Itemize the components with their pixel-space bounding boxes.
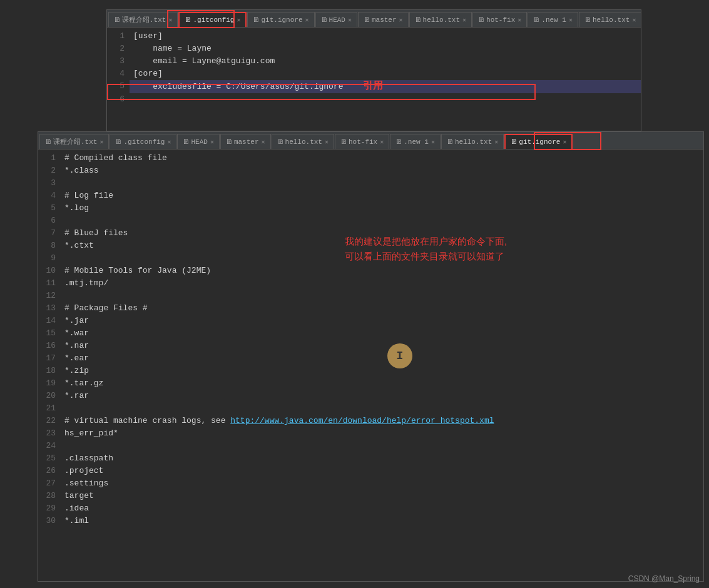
bot-line-16: 16 *.nar bbox=[38, 340, 703, 352]
file-icon: 🖹 bbox=[395, 138, 402, 146]
bot-line-10: 10 # Mobile Tools for Java (J2ME) bbox=[38, 265, 703, 277]
file-icon: 🖹 bbox=[185, 16, 191, 24]
file-icon: 🖹 bbox=[340, 138, 347, 146]
crash-log-link[interactable]: http://www.java.com/en/download/help/err… bbox=[230, 416, 494, 425]
bottom-code-area: 1 # Compiled class file 2 *.class 3 4 # … bbox=[38, 150, 703, 581]
top-tab-bar: 🖹 课程介绍.txt ✕ 🖹 .gitconfig ✕ 🖹 git.ignore… bbox=[107, 10, 641, 28]
tab-top-kecheng[interactable]: 🖹 课程介绍.txt ✕ bbox=[108, 12, 178, 27]
bot-line-14: 14 *.jar bbox=[38, 315, 703, 327]
file-icon: 🖹 bbox=[364, 16, 370, 24]
bot-line-11: 11 .mtj.tmp/ bbox=[38, 277, 703, 290]
tab-bot-master[interactable]: 🖹 master ✕ bbox=[220, 134, 271, 149]
file-icon: 🖹 bbox=[415, 16, 421, 24]
chinese-annotation: 我的建议是把他放在用户家的命令下面, 可以看上面的文件夹目录就可以知道了 bbox=[345, 234, 507, 264]
bot-line-3: 3 bbox=[38, 177, 703, 190]
bot-line-26: 26 .project bbox=[38, 465, 703, 477]
code-line-4: 4 [core] bbox=[107, 68, 641, 80]
tab-top-hello2[interactable]: 🖹 hello.txt ✕ bbox=[579, 12, 641, 27]
tab-top-gitignore[interactable]: 🖹 git.ignore ✕ bbox=[247, 12, 314, 27]
tab-top-hello1[interactable]: 🖹 hello.txt ✕ bbox=[409, 12, 472, 27]
csdn-watermark: CSDN @Man_Spring bbox=[628, 574, 700, 583]
bot-line-4: 4 # Log file bbox=[38, 190, 703, 202]
bot-line-29: 29 .idea bbox=[38, 502, 703, 515]
bottom-editor-panel: 🖹 课程介绍.txt ✕ 🖹 .gitconfig ✕ 🖹 HEAD ✕ 🖹 m… bbox=[38, 131, 704, 582]
tab-bot-head[interactable]: 🖹 HEAD ✕ bbox=[177, 134, 219, 149]
bot-line-12: 12 bbox=[38, 290, 703, 302]
tab-bot-gitconfig[interactable]: 🖹 .gitconfig ✕ bbox=[110, 134, 176, 149]
code-line-6: 6 bbox=[107, 93, 641, 106]
tab-top-gitconfig[interactable]: 🖹 .gitconfig ✕ bbox=[178, 12, 247, 27]
file-icon: 🖹 bbox=[45, 138, 51, 146]
file-icon: 🖹 bbox=[584, 16, 591, 24]
bot-line-2: 2 *.class bbox=[38, 165, 703, 177]
bot-line-6: 6 bbox=[38, 215, 703, 227]
bot-line-20: 20 *.rar bbox=[38, 390, 703, 402]
bot-line-18: 18 *.zip bbox=[38, 365, 703, 377]
file-icon: 🖹 bbox=[226, 138, 232, 146]
cursor-indicator: I bbox=[387, 343, 412, 368]
tab-bot-hotfix[interactable]: 🖹 hot-fix ✕ bbox=[335, 134, 389, 149]
bot-line-24: 24 bbox=[38, 440, 703, 452]
code-line-2: 2 name = Layne bbox=[107, 43, 641, 55]
tab-bot-hello2[interactable]: 🖹 hello.txt ✕ bbox=[441, 134, 504, 149]
tab-top-head[interactable]: 🖹 HEAD ✕ bbox=[315, 12, 357, 27]
bot-line-15: 15 *.war bbox=[38, 327, 703, 340]
bot-line-25: 25 .classpath bbox=[38, 452, 703, 465]
tab-bot-hello1[interactable]: 🖹 hello.txt ✕ bbox=[272, 134, 334, 149]
file-icon: 🖹 bbox=[533, 16, 539, 24]
file-icon: 🖹 bbox=[114, 16, 120, 24]
file-icon: 🖹 bbox=[115, 138, 121, 146]
bot-line-21: 21 bbox=[38, 402, 703, 415]
bot-line-23: 23 hs_err_pid* bbox=[38, 427, 703, 440]
tab-top-new1[interactable]: 🖹 .new 1 ✕ bbox=[528, 12, 578, 27]
bot-line-22: 22 # virtual machine crash logs, see htt… bbox=[38, 415, 703, 427]
file-icon: 🖹 bbox=[321, 16, 327, 24]
file-icon: 🖹 bbox=[253, 16, 259, 24]
bot-line-1: 1 # Compiled class file bbox=[38, 152, 703, 165]
bot-line-5: 5 *.log bbox=[38, 202, 703, 215]
bot-line-27: 27 .settings bbox=[38, 477, 703, 490]
file-icon: 🖹 bbox=[277, 138, 283, 146]
tab-top-hotfix[interactable]: 🖹 hot-fix ✕ bbox=[472, 12, 527, 27]
top-code-area: 1 [user] 2 name = Layne 3 email = Layne@… bbox=[107, 28, 641, 131]
file-icon: 🖹 bbox=[447, 138, 453, 146]
file-icon: 🖹 bbox=[183, 138, 189, 146]
chinese-note-line1: 我的建议是把他放在用户家的命令下面, bbox=[345, 234, 507, 249]
tab-bot-kecheng[interactable]: 🖹 课程介绍.txt ✕ bbox=[39, 134, 109, 149]
bot-line-30: 30 *.iml bbox=[38, 515, 703, 527]
bot-line-28: 28 target bbox=[38, 490, 703, 502]
code-line-3: 3 email = Layne@atguigu.com bbox=[107, 55, 641, 68]
tab-bot-gitignore[interactable]: 🖹 git.ignore ✕ bbox=[504, 134, 573, 149]
annotation-yinyong: 引用 bbox=[363, 81, 383, 92]
tab-top-master[interactable]: 🖹 master ✕ bbox=[358, 12, 409, 27]
file-icon: 🖹 bbox=[478, 16, 484, 24]
tab-bot-new1[interactable]: 🖹 .new 1 ✕ bbox=[390, 134, 441, 149]
code-line-1: 1 [user] bbox=[107, 30, 641, 43]
bottom-tab-bar: 🖹 课程介绍.txt ✕ 🖹 .gitconfig ✕ 🖹 HEAD ✕ 🖹 m… bbox=[38, 132, 703, 150]
top-editor-panel: 🖹 课程介绍.txt ✕ 🖹 .gitconfig ✕ 🖹 git.ignore… bbox=[106, 9, 641, 131]
file-icon: 🖹 bbox=[511, 138, 517, 146]
code-line-5: 5 excludesfile = C:/Users/asus/git.ignor… bbox=[107, 80, 641, 93]
bot-line-17: 17 *.ear bbox=[38, 352, 703, 365]
bot-line-19: 19 *.tar.gz bbox=[38, 377, 703, 390]
chinese-note-line2: 可以看上面的文件夹目录就可以知道了 bbox=[345, 249, 507, 264]
bot-line-13: 13 # Package Files # bbox=[38, 302, 703, 315]
